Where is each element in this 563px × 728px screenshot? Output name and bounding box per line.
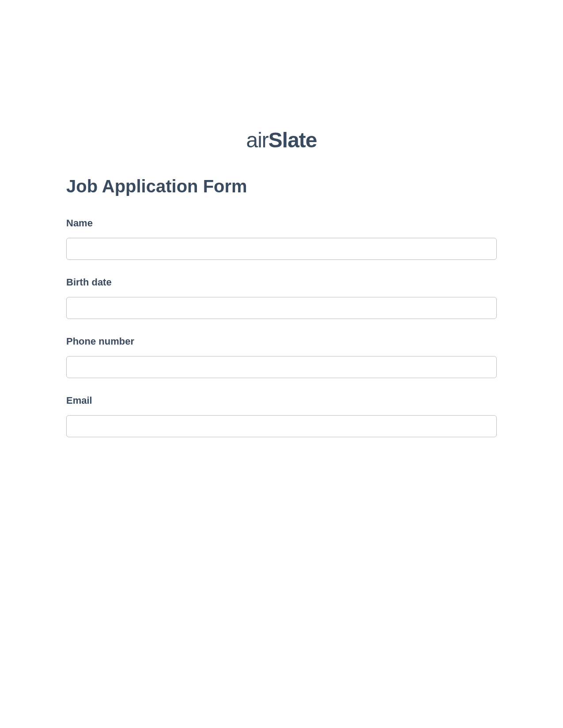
phone-input[interactable] (66, 356, 497, 378)
form-field-birthdate: Birth date (66, 277, 497, 319)
email-label: Email (66, 395, 497, 406)
birthdate-input[interactable] (66, 297, 497, 319)
form-field-email: Email (66, 395, 497, 437)
logo-container: airSlate (0, 128, 563, 152)
name-label: Name (66, 218, 497, 229)
logo-text-bold: Slate (268, 128, 317, 152)
logo-text-light: air (246, 128, 268, 152)
page-container: airSlate Job Application Form Name Birth… (0, 0, 563, 728)
airslate-logo: airSlate (246, 128, 317, 152)
form-container: Job Application Form Name Birth date Pho… (0, 176, 563, 437)
email-input[interactable] (66, 415, 497, 437)
form-title: Job Application Form (66, 176, 497, 196)
name-input[interactable] (66, 238, 497, 260)
birthdate-label: Birth date (66, 277, 497, 288)
form-field-name: Name (66, 218, 497, 260)
phone-label: Phone number (66, 336, 497, 347)
form-field-phone: Phone number (66, 336, 497, 378)
